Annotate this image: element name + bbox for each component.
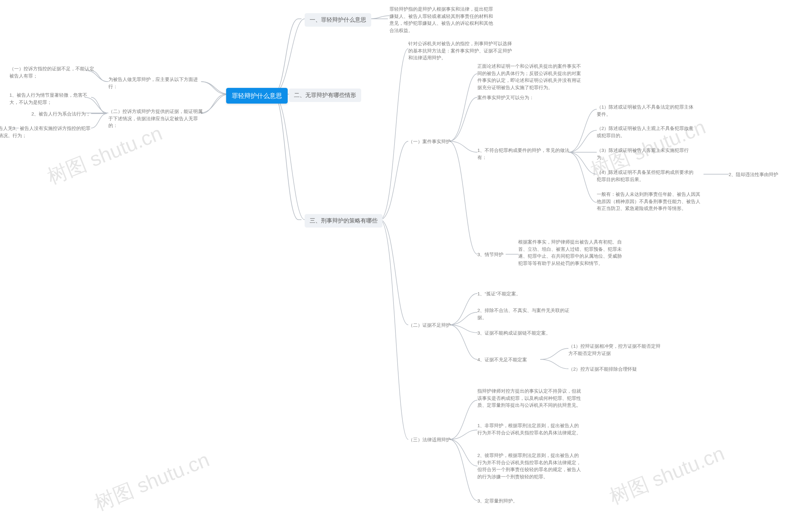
b3-f3-i2: 2、彼罪辩护，根据罪刑法定原则，提出被告人的行为并不符合公诉机关指控罪名的具体法… <box>477 452 581 480</box>
mindmap-root[interactable]: 罪轻辩护什么意思 <box>226 88 288 103</box>
branch-1-label: 一、罪轻辩护什么意思 <box>310 17 366 23</box>
b2-a-i1: （一）控诉方指控的证据不足，不能认定被告人有罪； <box>10 65 94 79</box>
root-label: 罪轻辩护什么意思 <box>232 92 282 99</box>
b3-f1-s1-c: （3）陈述或证明被告人客观上未实施犯罪行为。 <box>597 147 697 161</box>
b3-f1-s1-more: 一般有：被告人未达到刑事责任年龄、被告人因其他原因（精神原因）不具备刑事责任能力… <box>597 191 704 212</box>
watermark-text: 树图 shutu.cn <box>605 440 728 511</box>
branch-3-label: 三、刑事辩护的策略有哪些 <box>310 217 378 224</box>
b2-a-i2-s1: 1、被告人行为情节显著轻微，危害不大，不认为是犯罪； <box>10 92 94 106</box>
b3-f1-s1-d: （4）陈述或证明不具备某些犯罪构成所要求的犯罪目的和犯罪后果。 <box>597 169 697 183</box>
b2-a-i2-label: （二）控诉方或辩护方提供的证据，能证明属于下述情况，依据法律应当认定被告人无罪的… <box>108 108 203 129</box>
b3-f2-i4-label: 4、证据不充足不能定案 <box>477 356 527 363</box>
b3-f3-desc: 指辩护律师对控方提出的事实认定不持异议，但就该事实是否构成犯罪，以及构成何种犯罪… <box>477 387 581 409</box>
b2-a-i2-s3: 3、被告人没有实施控诉方指控的犯罪行为； <box>13 125 94 139</box>
watermark-text: 树图 shutu.cn <box>90 446 213 517</box>
b3-f1-s3-desc: 根据案件事实，辩护律师提出被告人具有初犯、自首、立功、坦白、被害人过错、犯罪预备… <box>518 239 622 267</box>
b3-f1-s3-label: 3、情节辩护 <box>477 251 504 258</box>
b3-f1-s1-b: （2）陈述或证明被告人主观上不具备犯罪故意或犯罪目的。 <box>597 125 697 139</box>
b3-f1-sublabel: 案件事实辩护又可以分为： <box>477 94 534 101</box>
b3-intro: 针对公诉机关对被告人的指控，刑事辩护可以选择的基本抗辩方法是：案件事实辩护、证据… <box>408 40 515 61</box>
branch-3[interactable]: 三、刑事辩护的策略有哪些 <box>305 214 383 228</box>
branch-1-desc: 罪轻辩护指的是辩护人根据事实和法律，提出犯罪嫌疑人、被告人罪轻或者减轻其刑事责任… <box>389 6 496 34</box>
b2-a-i3: （三）其它依法认定被告人无罪的情况。 <box>0 125 13 139</box>
branch-1[interactable]: 一、罪轻辩护什么意思 <box>305 13 371 27</box>
b2-a-i2-s2: 2、被告人行为系合法行为； <box>31 111 90 118</box>
b3-f2-i3: 3、证据不能构成证据链不能定案。 <box>477 329 551 337</box>
b3-f2-i4-a: （1）控辩证据相冲突，控方证据不能否定辩方不能否定辩方证据 <box>568 343 663 357</box>
branch-2[interactable]: 二、无罪辩护有哪些情形 <box>289 89 361 102</box>
b3-f1-label: （一）案件事实辩护 <box>408 138 451 145</box>
b3-f1-s2: 2、阻却违法性事由辩护 <box>729 171 778 178</box>
b3-f2-i4-b: （2）控方证据不能排除合理怀疑 <box>568 366 637 373</box>
b3-f2-label: （二）证据不足辩护 <box>408 322 451 329</box>
b3-f3-i3: 3、定罪量刑辩护。 <box>477 497 517 505</box>
branch-2-label: 二、无罪辩护有哪些情形 <box>294 92 356 98</box>
b3-f3-i1: 1、非罪辩护，根据罪刑法定原则，提出被告人的行为并不符合公诉机关指控罪名的具体法… <box>477 422 581 436</box>
b3-f1-s1-label: 1、不符合犯罪构成要件的辩护，常见的做法有： <box>477 147 572 161</box>
b3-f3-label: （三）法律适用辩护 <box>408 436 451 443</box>
b2-a-label: 为被告人做无罪辩护，应主要从以下方面进行： <box>108 76 203 90</box>
b3-f2-i1: 1、“孤证”不能定案。 <box>477 290 521 298</box>
b3-f2-i2: 2、排除不合法、不真实、与案件无关联的证据。 <box>477 307 572 321</box>
b3-f1-desc: 正面论述和证明一个和公诉机关提出的案件事实不同的被告人的具体行为；反驳公诉机关提… <box>477 63 581 91</box>
b3-f1-s1-a: （1）陈述或证明被告人不具备法定的犯罪主体要件。 <box>597 103 697 118</box>
